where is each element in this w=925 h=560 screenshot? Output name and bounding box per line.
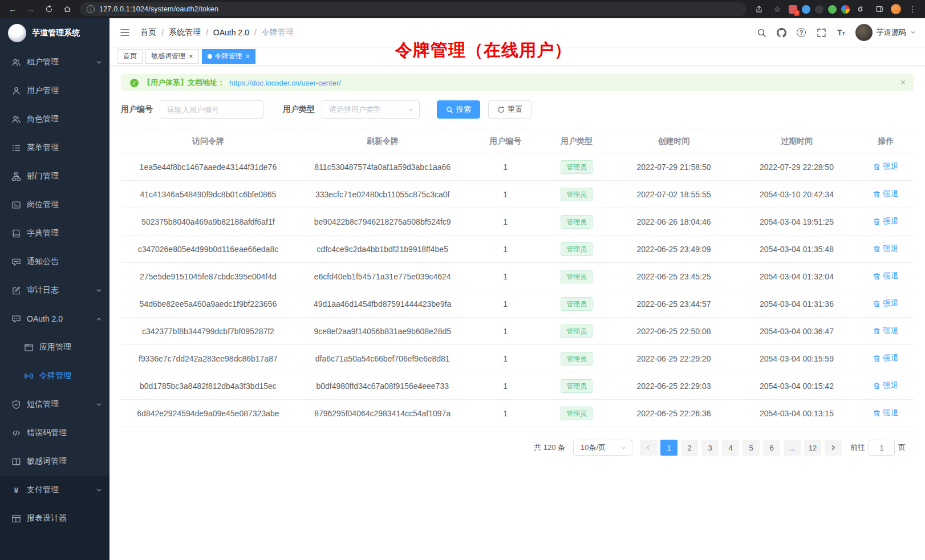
- page-number-button[interactable]: 5: [743, 440, 760, 456]
- sidebar-item-oauth2-token[interactable]: 令牌管理: [0, 362, 109, 390]
- goto-page-input[interactable]: [869, 440, 895, 456]
- tab-token[interactable]: 令牌管理 ×: [202, 49, 256, 64]
- force-logout-button[interactable]: 强退: [873, 216, 898, 226]
- app-logo[interactable]: 芋道管理系统: [0, 18, 109, 48]
- breadcrumb-item-home[interactable]: 首页: [140, 27, 156, 38]
- page-number-button[interactable]: ...: [784, 440, 801, 456]
- user-menu[interactable]: 芋道源码: [855, 24, 916, 41]
- breadcrumb-item-system[interactable]: 系统管理: [169, 27, 201, 38]
- sidebar-item-dict[interactable]: 字典管理: [0, 219, 109, 247]
- app-window-icon: [24, 343, 34, 352]
- cell-user-type: 管理员: [541, 181, 612, 208]
- sidebar-item-report[interactable]: 报表设计器: [0, 504, 109, 533]
- extension-icon[interactable]: [802, 5, 810, 14]
- sidebar-item-tenant[interactable]: 租户管理: [0, 48, 109, 76]
- col-user-type: 用户类型: [541, 129, 612, 153]
- sidebar-item-label: 字典管理: [27, 228, 102, 238]
- bookmark-star-icon[interactable]: ☆: [770, 2, 784, 16]
- force-logout-button[interactable]: 强退: [873, 244, 898, 254]
- force-logout-button[interactable]: 强退: [873, 326, 898, 336]
- tab-sensitive-word[interactable]: 敏感词管理 ×: [145, 49, 199, 64]
- sidebar-item-dept[interactable]: 部门管理: [0, 162, 109, 190]
- page-number-list: 123456...12: [659, 440, 823, 456]
- tab-close-icon[interactable]: ×: [189, 52, 193, 60]
- back-icon[interactable]: ←: [6, 2, 19, 16]
- sidebar-item-label: 菜单管理: [27, 143, 102, 153]
- sidebar: 芋道管理系统 租户管理 用户管理 角色管理 菜单管理 部门管理 岗位管理: [0, 18, 109, 560]
- force-logout-button[interactable]: 强退: [873, 161, 898, 172]
- chevron-up-icon: [96, 316, 102, 322]
- force-logout-button[interactable]: 强退: [873, 189, 898, 199]
- sidebar-item-user[interactable]: 用户管理: [0, 76, 109, 105]
- extension-icon[interactable]: [828, 5, 837, 14]
- share-icon[interactable]: [752, 2, 766, 16]
- col-user-id: 用户编号: [470, 129, 541, 153]
- page-size-select[interactable]: 10条/页: [573, 440, 632, 456]
- sidebar-item-menu[interactable]: 菜单管理: [0, 133, 109, 162]
- page-number-button[interactable]: 6: [763, 440, 780, 456]
- sidebar-item-errorcode[interactable]: 错误码管理: [0, 419, 109, 447]
- browser-profile-avatar[interactable]: [891, 4, 901, 14]
- page-number-button[interactable]: 1: [660, 440, 677, 456]
- sidebar-item-oauth2-app[interactable]: 应用管理: [0, 333, 109, 362]
- force-logout-button[interactable]: 强退: [873, 271, 898, 281]
- page-number-button[interactable]: 12: [804, 440, 821, 456]
- extension-icon[interactable]: 0: [789, 5, 797, 14]
- user-id-input[interactable]: [160, 100, 263, 119]
- side-panel-icon[interactable]: [873, 2, 886, 16]
- sidebar-item-oauth2[interactable]: OAuth 2.0: [0, 305, 109, 333]
- sidebar-item-sensitiveword[interactable]: 敏感词管理: [0, 447, 109, 476]
- url-bar[interactable]: i 127.0.0.1:1024/system/oauth2/token: [80, 2, 747, 16]
- force-logout-button[interactable]: 强退: [873, 298, 898, 309]
- extension-icon[interactable]: [815, 5, 823, 14]
- user-type-select[interactable]: 请选择用户类型: [322, 100, 420, 119]
- force-logout-button[interactable]: 强退: [873, 380, 898, 391]
- user-type-tag: 管理员: [561, 379, 593, 393]
- doc-link[interactable]: https://doc.iocoder.cn/user-center/: [229, 79, 341, 87]
- home-icon[interactable]: [60, 2, 74, 16]
- extension-icon[interactable]: [841, 5, 850, 14]
- alert-close-icon[interactable]: ×: [900, 78, 906, 87]
- sidebar-item-auditlog[interactable]: 审计日志: [0, 276, 109, 305]
- cell-expire-time: 2054-03-04 01:35:48: [735, 236, 858, 263]
- chevron-left-icon: [645, 444, 652, 451]
- tab-home[interactable]: 首页: [117, 49, 143, 64]
- forward-icon[interactable]: →: [24, 2, 38, 16]
- sidebar-item-post[interactable]: 岗位管理: [0, 190, 109, 219]
- cell-user-type: 管理员: [541, 345, 612, 372]
- force-logout-button[interactable]: 强退: [873, 353, 898, 363]
- reset-button[interactable]: 重置: [488, 100, 532, 119]
- help-icon[interactable]: ?: [796, 27, 807, 38]
- browser-menu-icon[interactable]: ⋮: [906, 2, 919, 16]
- sidebar-item-notice[interactable]: 通知公告: [0, 247, 109, 276]
- force-logout-button[interactable]: 强退: [873, 408, 898, 418]
- header-search-icon[interactable]: [756, 27, 767, 38]
- url-text: 127.0.0.1:1024/system/oauth2/token: [99, 5, 218, 13]
- page-info-icon[interactable]: i: [87, 5, 95, 13]
- code-icon: [11, 428, 21, 438]
- cell-refresh-token: 9ce8ef2aa9f14056b831ae9b608e28d5: [295, 318, 470, 345]
- github-icon[interactable]: [776, 27, 787, 38]
- cell-refresh-token: 811c530487574fa0af1a59d3abc1aa66: [295, 153, 470, 181]
- refresh-icon[interactable]: [42, 2, 56, 16]
- cell-user-id: 1: [470, 263, 541, 290]
- page-number-button[interactable]: 2: [681, 440, 698, 456]
- tab-close-icon[interactable]: ×: [246, 52, 250, 60]
- fullscreen-icon[interactable]: [816, 27, 827, 38]
- chevron-down-icon: [96, 487, 102, 493]
- sidebar-toggle-icon[interactable]: [119, 26, 131, 39]
- font-size-icon[interactable]: TT: [835, 27, 847, 38]
- sidebar-item-role[interactable]: 角色管理: [0, 105, 109, 133]
- sidebar-item-sms[interactable]: 短信管理: [0, 390, 109, 419]
- page-number-button[interactable]: 4: [722, 440, 739, 456]
- delete-icon: [873, 327, 881, 335]
- breadcrumb-separator: /: [161, 28, 164, 37]
- audit-log-icon: [11, 286, 21, 295]
- next-page-button[interactable]: [825, 440, 842, 456]
- prev-page-button[interactable]: [640, 440, 657, 456]
- page-number-button[interactable]: 3: [701, 440, 719, 456]
- extensions-puzzle-icon[interactable]: [854, 2, 868, 16]
- search-button[interactable]: 搜索: [437, 100, 480, 119]
- sidebar-item-pay[interactable]: ¥ 支付管理: [0, 476, 109, 504]
- breadcrumb-item-oauth2[interactable]: OAuth 2.0: [213, 28, 249, 37]
